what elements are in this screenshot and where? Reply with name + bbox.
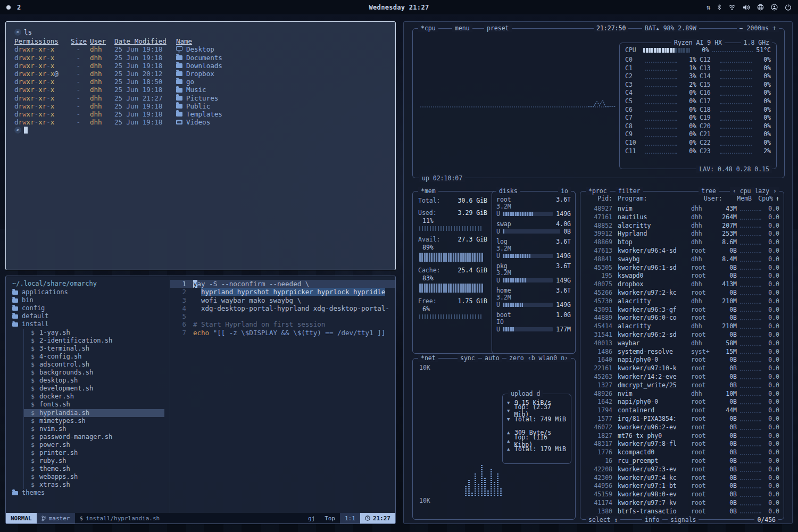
btop-menu-button[interactable]: menu xyxy=(452,24,472,32)
tree-item-password-manager.sh[interactable]: $password-manager.sh xyxy=(23,433,170,441)
globe-icon[interactable] xyxy=(757,3,764,12)
tree-item-adscontrol.sh[interactable]: $adscontrol.sh xyxy=(23,361,170,369)
process-row[interactable]: 45159kworker/u98:0-evroot0B0.0 xyxy=(585,491,779,499)
process-row[interactable]: 1642napi/phy0-0root0B0.0 xyxy=(585,398,779,406)
process-row[interactable]: 1327dmcrypt_write/25root0B0.0 xyxy=(585,381,779,390)
tree-item-nvim.sh[interactable]: $nvim.sh xyxy=(23,425,170,433)
tree-root[interactable]: ~/.local/share/omarchy xyxy=(12,280,170,288)
workspace-dot-icon[interactable] xyxy=(6,5,11,10)
file-size: - xyxy=(71,45,90,53)
tree-item-development.sh[interactable]: $development.sh xyxy=(23,385,170,393)
wifi-icon[interactable] xyxy=(728,3,736,12)
file-tree[interactable]: ~/.local/share/omarchy applicationsbinco… xyxy=(6,276,170,513)
net-zero-button[interactable]: zero xyxy=(506,354,527,362)
btop-clock: 21:27:50 xyxy=(594,24,628,32)
interval-minus-button[interactable]: − xyxy=(739,24,743,32)
disks-title[interactable]: disks xyxy=(496,187,520,195)
proc-tree-button[interactable]: tree xyxy=(699,187,719,195)
process-row[interactable]: 45266kworker/u97:2-kcroot0B0.0 xyxy=(585,289,779,297)
tree-item-desktop.sh[interactable]: $desktop.sh xyxy=(23,377,170,385)
process-row[interactable]: 48926nvimdhh10M0.0 xyxy=(585,390,779,398)
process-row[interactable]: 47161nautilusdhh264M0.0 xyxy=(585,213,779,222)
tree-item-bin[interactable]: bin xyxy=(12,296,170,304)
workspace-indicator[interactable]: 2 xyxy=(17,4,21,11)
cpu-panel-title: *cpu xyxy=(418,24,438,32)
process-row[interactable]: 45414alacrittydhh210M0.0 xyxy=(585,322,779,331)
process-row[interactable]: 48869btopdhh8.6M0.0 xyxy=(585,238,779,247)
net-sync-button[interactable]: sync xyxy=(458,354,478,362)
tree-item-docker.sh[interactable]: $docker.sh xyxy=(23,393,170,401)
process-row[interactable]: 1577irq/81-PIXA3854:root0B0.0 xyxy=(585,415,779,423)
net-auto-button[interactable]: auto xyxy=(482,354,502,362)
tree-item-2-identification.sh[interactable]: $2-identification.sh xyxy=(23,337,170,345)
tree-item-install[interactable]: install xyxy=(12,320,170,328)
bluetooth-icon[interactable] xyxy=(717,3,721,12)
user-icon[interactable] xyxy=(771,3,778,12)
tree-item-themes[interactable]: themes xyxy=(12,489,170,497)
process-row[interactable]: 40013waybardhh58M0.0 xyxy=(585,339,779,348)
volume-icon[interactable] xyxy=(743,3,750,12)
tree-item-4-config.sh[interactable]: $4-config.sh xyxy=(23,353,170,361)
io-toggle[interactable]: io xyxy=(558,187,571,195)
editor-pane[interactable]: 1yay -S --noconfirm --needed \2 hyprland… xyxy=(170,276,395,513)
process-row[interactable]: 45305kworker/u96:1-sdroot0B0.0 xyxy=(585,264,779,272)
tree-item-label: bin xyxy=(22,296,34,304)
process-row[interactable]: 1640napi/phy0-0root0B0.0 xyxy=(585,356,779,364)
tree-item-hyprlandia.sh[interactable]: $hyprlandia.sh xyxy=(23,409,164,417)
process-row[interactable]: 48927nvimdhh43M0.0 xyxy=(585,205,779,213)
process-row[interactable]: 48317kworker/u97:8-flroot0B0.0 xyxy=(585,440,779,448)
proc-signals-button[interactable]: signals xyxy=(668,516,699,523)
tree-item-3-terminal.sh[interactable]: $3-terminal.sh xyxy=(23,345,170,353)
proc-filter-button[interactable]: filter xyxy=(616,187,643,195)
tree-item-config[interactable]: config xyxy=(12,304,170,312)
process-row[interactable]: 48852alacrittydhh207M0.0 xyxy=(585,222,779,230)
proc-info-button[interactable]: info xyxy=(642,516,662,523)
process-row[interactable]: 46072kworker/u96:2-evroot0B0.0 xyxy=(585,423,779,432)
process-row[interactable]: 45263kworker/14:2-everoot0B0.0 xyxy=(585,373,779,381)
proc-sort-control[interactable]: ‹ cpu lazy › xyxy=(730,187,779,195)
process-row[interactable]: 44889kworker/u96:0-coroot0B0.0 xyxy=(585,314,779,322)
process-row[interactable]: 16rcu_preemptroot0B0.0 xyxy=(585,457,779,466)
tree-item-applications[interactable]: applications xyxy=(12,288,170,296)
tree-item-power.sh[interactable]: $power.sh xyxy=(23,441,170,449)
process-row[interactable]: 1794containerdroot44M0.0 xyxy=(585,406,779,415)
process-row[interactable]: 39912Hyprlanddhh253M0.0 xyxy=(585,230,779,238)
process-row[interactable]: 195kswapd0root0B0.0 xyxy=(585,272,779,280)
process-row[interactable]: 44956kworker/u97:1-btroot0B0.0 xyxy=(585,482,779,491)
process-row[interactable]: 42309kworker/u97:4-kcroot0B0.0 xyxy=(585,474,779,483)
tree-item-webapps.sh[interactable]: $webapps.sh xyxy=(23,473,170,481)
btop-preset-button[interactable]: preset xyxy=(484,24,512,32)
interval-plus-button[interactable]: + xyxy=(772,24,776,32)
file-name: go xyxy=(176,78,387,86)
process-row[interactable]: 42208kworker/u97:3-evroot0B0.0 xyxy=(585,466,779,474)
process-row[interactable]: 40075dropboxdhh413M0.0 xyxy=(585,280,779,289)
process-row[interactable]: 47613kworker/u96:4-sdroot0B0.0 xyxy=(585,247,779,255)
tree-item-printer.sh[interactable]: $printer.sh xyxy=(23,449,170,457)
process-row[interactable]: 45730alacrittydhh210M0.0 xyxy=(585,297,779,306)
process-row[interactable]: 1486systemd-resolvesyst+15M0.0 xyxy=(585,348,779,356)
process-row[interactable]: 31541kworker/u96:2-sdroot0B0.0 xyxy=(585,331,779,339)
process-row[interactable]: 1380btrfs-transactioroot0B0.0 xyxy=(585,508,779,516)
proc-select-button[interactable]: select ↕ xyxy=(586,516,620,523)
power-icon[interactable] xyxy=(785,3,792,12)
updown-arrows-icon[interactable]: ⇅ xyxy=(706,3,710,12)
process-row[interactable]: 1827mt76-tx phy0root0B0.0 xyxy=(585,432,779,440)
tree-item-default[interactable]: default xyxy=(12,312,170,320)
tree-item-1-yay.sh[interactable]: $1-yay.sh xyxy=(23,329,170,337)
mem-panel-title: *mem xyxy=(418,187,438,195)
tree-item-xtras.sh[interactable]: $xtras.sh xyxy=(23,481,170,489)
net-interface-switch[interactable]: ‹b wlan0 n› xyxy=(525,354,571,362)
tree-item-fonts.sh[interactable]: $fonts.sh xyxy=(23,401,170,409)
tree-item-mimetypes.sh[interactable]: $mimetypes.sh xyxy=(23,417,170,425)
process-row[interactable]: 1776kcompactd0root0B0.0 xyxy=(585,448,779,457)
process-row[interactable]: 41174kworker/u97:7-kvroot0B0.0 xyxy=(585,499,779,508)
script-icon: $ xyxy=(30,401,36,409)
tree-item-theme.sh[interactable]: $theme.sh xyxy=(23,465,170,473)
process-row[interactable]: 48841swaybgdhh8.4M0.0 xyxy=(585,255,779,264)
tree-item-backgrounds.sh[interactable]: $backgrounds.sh xyxy=(23,369,170,377)
sort-direction-arrow[interactable]: ↑ xyxy=(773,195,779,202)
tree-item-ruby.sh[interactable]: $ruby.sh xyxy=(23,457,170,465)
net-stats-title[interactable]: upload d xyxy=(508,390,543,397)
process-row[interactable]: 43091kworker/u96:3-gfroot0B0.0 xyxy=(585,306,779,314)
process-row[interactable]: 22161kworker/u97:10-kroot0B0.0 xyxy=(585,364,779,373)
